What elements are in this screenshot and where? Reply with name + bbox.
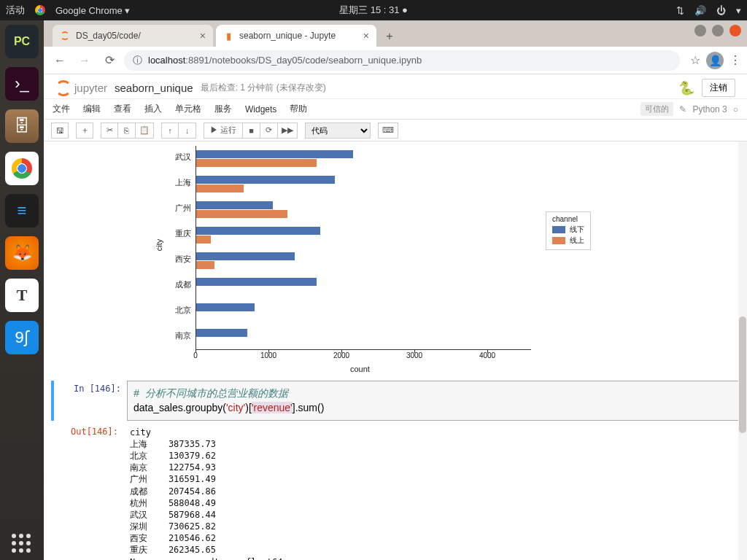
- nav-reload-button[interactable]: ⟳: [99, 50, 120, 71]
- chart-bar: [196, 278, 317, 286]
- tab-strip: DS_day05/code/ × ▮ seaborn_unique - Jupy…: [44, 20, 747, 47]
- tab-title: DS_day05/code/: [76, 31, 141, 41]
- launcher-vscode[interactable]: ≡: [5, 194, 39, 228]
- save-button[interactable]: 🖫: [51, 122, 69, 139]
- chart-category-label: 北京: [131, 305, 191, 316]
- menu-help[interactable]: 帮助: [290, 103, 307, 115]
- activities-button[interactable]: 活动: [6, 4, 25, 17]
- profile-avatar-icon[interactable]: 👤: [706, 52, 724, 69]
- url-input[interactable]: ⓘ localhost:8891/notebooks/DS_day05/code…: [124, 50, 680, 71]
- menu-widgets[interactable]: Widgets: [245, 104, 276, 114]
- launcher-pycharm[interactable]: PC: [5, 25, 39, 58]
- checkpoint-status: 最后检查: 1 分钟前 (未保存改变): [201, 82, 326, 94]
- new-tab-button[interactable]: +: [379, 26, 400, 47]
- notebook-favicon-icon: ▮: [223, 31, 233, 41]
- menu-view[interactable]: 查看: [114, 103, 131, 115]
- chrome-indicator-icon: [35, 5, 45, 15]
- menu-insert[interactable]: 插入: [144, 103, 162, 115]
- show-applications-button[interactable]: [12, 534, 31, 553]
- launcher-help[interactable]: 9ʃ: [5, 321, 39, 354]
- output-prompt: Out[146]:: [51, 424, 124, 560]
- menu-kernel[interactable]: 服务: [214, 103, 232, 115]
- ubuntu-top-bar: 活动 Google Chrome ▾ 星期三 15 : 31 ● ⇅ 🔊 ⏻ ▾: [0, 0, 747, 20]
- menu-file[interactable]: 文件: [53, 103, 70, 115]
- code-input[interactable]: # 分析不同城市的总营业额的数据 data_sales.groupby('cit…: [127, 381, 740, 421]
- input-prompt: In [146]:: [54, 381, 127, 421]
- python-logo-icon: 🐍: [678, 80, 694, 96]
- chart-bar: [196, 252, 295, 260]
- browser-tab-1[interactable]: DS_day05/code/ ×: [53, 25, 213, 47]
- launcher-files[interactable]: 🗄: [5, 109, 39, 143]
- chart-bar: [196, 261, 214, 269]
- window-close-button[interactable]: [729, 25, 741, 36]
- window-minimize-button[interactable]: [694, 25, 706, 36]
- jupyter-menubar: 文件 编辑 查看 插入 单元格 服务 Widgets 帮助 可信的 ✎ Pyth…: [44, 99, 747, 120]
- launcher-terminal[interactable]: ›_: [5, 67, 39, 101]
- network-icon[interactable]: ⇅: [676, 5, 684, 16]
- logout-button[interactable]: 注销: [702, 79, 735, 97]
- move-up-button[interactable]: ↑: [161, 122, 179, 139]
- active-app-name[interactable]: Google Chrome ▾: [55, 5, 130, 16]
- url-host: localhost: [148, 55, 185, 66]
- launcher-firefox[interactable]: 🦊: [5, 236, 39, 270]
- output-cell-146: Out[146]: city 上海 387335.73 北京 130379.62…: [51, 424, 740, 560]
- chart-category-label: 南京: [131, 330, 191, 341]
- insert-cell-button[interactable]: ＋: [76, 122, 93, 139]
- jupyter-toolbar: 🖫 ＋ ✂ ⎘ 📋 ↑ ↓ ▶ 运行 ■ ⟳ ▶▶ 代码 ⌨: [44, 120, 747, 141]
- bookmark-star-icon[interactable]: ☆: [690, 53, 700, 67]
- nav-back-button[interactable]: ←: [50, 50, 70, 71]
- ubuntu-launcher: PC ›_ 🗄 ≡ 🦊 T 9ʃ: [0, 20, 44, 560]
- chrome-menu-icon[interactable]: ⋮: [729, 53, 741, 67]
- tab-title: seaborn_unique - Jupyte: [239, 31, 336, 41]
- jupyter-logo-icon: [55, 80, 71, 96]
- address-bar: ← → ⟳ ⓘ localhost:8891/notebooks/DS_day0…: [44, 47, 747, 74]
- tab-close-icon[interactable]: ×: [363, 30, 369, 42]
- interrupt-button[interactable]: ■: [243, 122, 260, 139]
- system-menu-icon[interactable]: ▾: [736, 5, 741, 16]
- nav-forward-button[interactable]: →: [74, 50, 95, 71]
- site-info-icon[interactable]: ⓘ: [133, 54, 142, 67]
- kernel-status-icon: ○: [733, 104, 738, 114]
- chart-bar: [196, 227, 320, 235]
- restart-button[interactable]: ⟳: [260, 122, 278, 139]
- move-down-button[interactable]: ↓: [179, 122, 196, 139]
- cell-type-select[interactable]: 代码: [305, 122, 371, 139]
- tab-close-icon[interactable]: ×: [200, 30, 206, 42]
- menu-cell[interactable]: 单元格: [175, 103, 201, 115]
- chart-category-label: 西安: [131, 254, 191, 265]
- plot-area: [196, 146, 531, 350]
- restart-run-all-button[interactable]: ▶▶: [278, 122, 298, 139]
- chart-xlabel: count: [350, 365, 370, 373]
- notebook-body: city count channel 线下 线上 010002000300040…: [44, 141, 747, 560]
- chart-bar: [196, 210, 287, 218]
- run-button[interactable]: ▶ 运行: [204, 122, 243, 139]
- command-palette-button[interactable]: ⌨: [378, 122, 398, 139]
- edit-mode-icon[interactable]: ✎: [679, 104, 686, 114]
- window-maximize-button[interactable]: [712, 25, 724, 36]
- scrollbar[interactable]: [738, 141, 747, 560]
- jupyter-logo[interactable]: jupyter: [55, 80, 107, 96]
- trusted-indicator[interactable]: 可信的: [640, 102, 673, 116]
- volume-icon[interactable]: 🔊: [694, 5, 706, 16]
- launcher-chrome[interactable]: [5, 152, 39, 185]
- paste-button[interactable]: 📋: [136, 122, 154, 139]
- power-icon[interactable]: ⏻: [716, 5, 726, 16]
- url-path: :8891/notebooks/DS_day05/code/seaborn_un…: [185, 55, 422, 66]
- chart-category-label: 上海: [131, 177, 191, 188]
- chart-bar: [196, 303, 255, 311]
- notebook-name[interactable]: seaborn_unique: [115, 82, 193, 94]
- cut-button[interactable]: ✂: [101, 122, 118, 139]
- chrome-window: DS_day05/code/ × ▮ seaborn_unique - Jupy…: [44, 20, 747, 560]
- chart-category-label: 广州: [131, 203, 191, 214]
- chart-bar: [196, 329, 247, 337]
- code-cell-146[interactable]: In [146]: # 分析不同城市的总营业额的数据 data_sales.gr…: [51, 381, 740, 421]
- scroll-thumb[interactable]: [739, 316, 746, 433]
- menu-edit[interactable]: 编辑: [83, 103, 101, 115]
- browser-tab-2[interactable]: ▮ seaborn_unique - Jupyte ×: [216, 25, 376, 47]
- chart-output: city count channel 线下 线上 010002000300040…: [131, 146, 591, 379]
- chart-category-label: 成都: [131, 279, 191, 290]
- launcher-text-editor[interactable]: T: [5, 279, 39, 312]
- copy-button[interactable]: ⎘: [118, 122, 136, 139]
- clock[interactable]: 星期三 15 : 31 ●: [339, 4, 408, 17]
- kernel-name[interactable]: Python 3: [692, 104, 727, 114]
